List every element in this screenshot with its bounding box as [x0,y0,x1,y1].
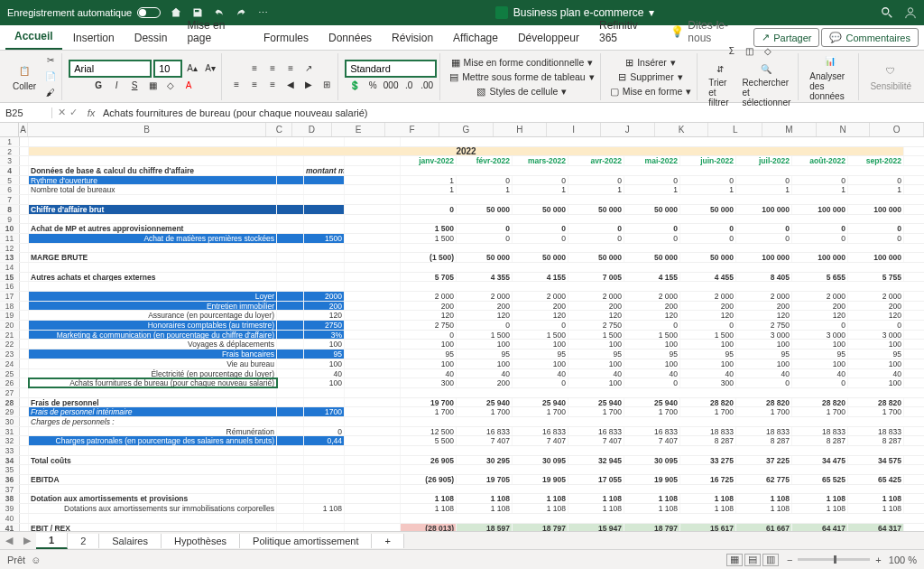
cell-b[interactable]: Autres achats et charges externes [29,273,277,282]
cell-b[interactable]: Frais bancaires [29,350,277,359]
cell-val[interactable]: 120 [513,311,568,320]
cell-e[interactable] [345,273,401,282]
cell-val[interactable]: 1 108 [513,504,568,513]
row-25[interactable]: 25Électricité (en pourcentage du loyer)4… [0,369,924,379]
cell-val[interactable]: 50 000 [624,253,680,262]
cell-e[interactable] [345,514,401,523]
fontsize-select[interactable] [154,61,181,77]
tab-developpeur[interactable]: Développeur [509,26,588,50]
cell-c[interactable] [277,205,304,214]
cell-c[interactable] [277,398,304,407]
cell-d[interactable] [304,475,345,484]
row-15[interactable]: 15Autres achats et charges externes5 705… [0,273,924,283]
cell-val[interactable]: 8 287 [792,436,848,445]
cell-val[interactable]: 1 108 [457,494,513,503]
row-header-33[interactable]: 33 [0,446,20,455]
row-5[interactable]: 5Rythme d'ouverture100000000 [0,176,924,186]
tab-donnees[interactable]: Données [319,26,381,50]
cell-d[interactable]: 1700 [304,407,345,416]
increase-font-icon[interactable]: A▴ [185,61,199,76]
tab-insertion[interactable]: Insertion [64,26,124,50]
cell-val[interactable]: 18 797 [513,524,568,532]
cell-b[interactable]: Entretien immobilier [29,302,277,311]
cell-val[interactable]: 50 000 [680,253,736,262]
row-13[interactable]: 13MARGE BRUTE(1 500)50 00050 00050 00050… [0,253,924,263]
cell-val[interactable]: 40 [513,369,568,378]
cell-e[interactable] [345,456,401,465]
cell-c[interactable] [277,427,304,436]
sheet-nav-next[interactable]: ▶ [18,535,36,546]
cell-val[interactable]: 1 108 [401,494,457,503]
cell-b[interactable]: Chiffre d'affaire brut [29,205,277,214]
cell-val[interactable]: 1 700 [792,407,848,416]
tab-affichage[interactable]: Affichage [444,26,507,50]
zoom-in-icon[interactable]: + [875,555,881,565]
bold-icon[interactable]: G [91,79,106,93]
comma-icon[interactable]: 000 [383,79,398,93]
font-select[interactable] [69,61,151,77]
cell-b[interactable]: Dotations aux amortissements sur immobil… [29,504,277,513]
col-header-I[interactable]: I [547,123,601,136]
account-icon[interactable] [904,6,917,19]
cell-b[interactable]: Honoraires comptables (au trimestre) [29,321,277,330]
cell-val[interactable]: 64 417 [792,524,848,532]
view-layout-icon[interactable]: ▤ [744,554,761,566]
cell-e[interactable] [345,311,401,320]
italic-icon[interactable]: I [109,79,124,93]
cell-val[interactable]: 26 905 [401,456,457,465]
cell-b[interactable] [29,137,277,146]
underline-icon[interactable]: S [127,79,142,93]
row-header-1[interactable]: 1 [0,137,20,146]
row-header-35[interactable]: 35 [0,465,20,474]
fill-color-icon[interactable]: ◇ [163,79,178,93]
cell-val[interactable]: 0 [513,234,568,243]
cell-c[interactable] [277,224,304,233]
cell-val[interactable]: 300 [401,378,457,387]
sensitivity-button[interactable]: 🛡Sensibilité [866,60,915,93]
cell-val[interactable]: 120 [568,311,624,320]
row-28[interactable]: 28Frais de personnel19 70025 94025 94025… [0,398,924,408]
cell-val[interactable]: 1 500 [624,331,680,340]
cell-val[interactable]: 19 700 [401,398,457,407]
row-19[interactable]: 19Assurance (en pourcentage du loyer)120… [0,311,924,321]
row-header-19[interactable]: 19 [0,311,20,320]
cell-val[interactable]: 28 820 [792,398,848,407]
cell-val[interactable]: 50 000 [568,205,624,214]
redo-icon[interactable] [235,6,247,19]
cell-e[interactable] [345,427,401,436]
cell-e[interactable] [345,185,401,194]
cell-e[interactable] [345,321,401,330]
cell-val[interactable]: 95 [401,350,457,359]
cell-val[interactable]: 1 700 [624,407,680,416]
cell-e[interactable] [345,475,401,484]
cell-e[interactable] [345,263,401,272]
cell-c[interactable] [277,388,304,397]
row-29[interactable]: 29Frais de personnel intérimaire17001 70… [0,407,924,417]
cut-icon[interactable]: ✂ [43,53,58,68]
cell-b[interactable]: Assurance (en pourcentage du loyer) [29,311,277,320]
row-header-34[interactable]: 34 [0,456,20,465]
row-16[interactable]: 16 [0,282,924,292]
cell-val[interactable]: 1 700 [736,407,792,416]
row-10[interactable]: 10Achat de MP et autres approvisionnemen… [0,224,924,234]
col-header-K[interactable]: K [655,123,709,136]
cell-val[interactable]: 200 [624,302,680,311]
cell-c[interactable] [277,185,304,194]
cell-val[interactable]: 100 [680,359,736,368]
cell-c[interactable] [277,369,304,378]
autosum-icon[interactable]: Σ [725,43,739,58]
cell-val[interactable]: 40 [848,369,904,378]
cell-d[interactable] [304,224,345,233]
cell-val[interactable]: 18 833 [848,427,904,436]
align-center-icon[interactable]: ≡ [247,78,262,92]
cell-b[interactable] [29,195,277,204]
cell-val[interactable]: 50 000 [624,205,680,214]
row-header-41[interactable]: 41 [0,524,20,532]
cell-e[interactable] [345,388,401,397]
cell-val[interactable]: 100 000 [792,253,848,262]
cell-val[interactable]: 1 [513,185,568,194]
cell-val[interactable]: 28 820 [736,398,792,407]
row-header-2[interactable]: 2 [0,147,20,156]
cell-val[interactable]: 100 [568,340,624,349]
cell-c[interactable] [277,253,304,262]
